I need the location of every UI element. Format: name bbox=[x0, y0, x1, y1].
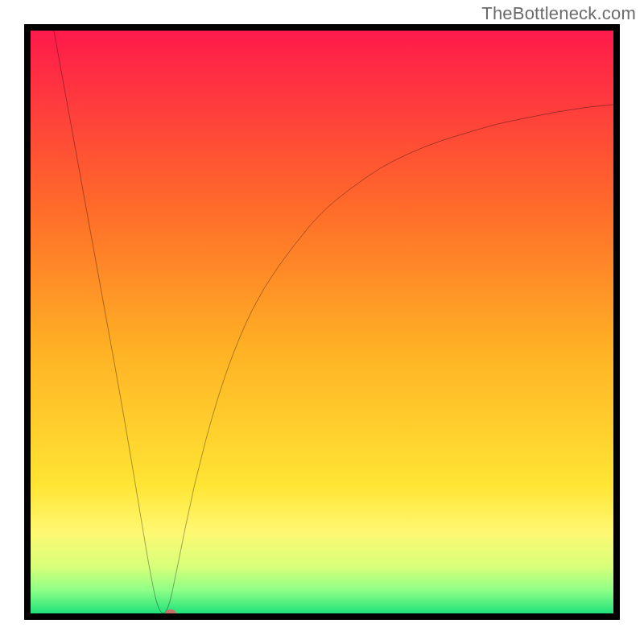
plot-area bbox=[31, 31, 613, 613]
optimum-marker-icon bbox=[165, 609, 176, 613]
bottleneck-curve bbox=[31, 31, 613, 613]
watermark-label: TheBottleneck.com bbox=[481, 3, 636, 24]
chart-frame: TheBottleneck.com bbox=[0, 0, 644, 644]
plot-border bbox=[24, 24, 620, 620]
